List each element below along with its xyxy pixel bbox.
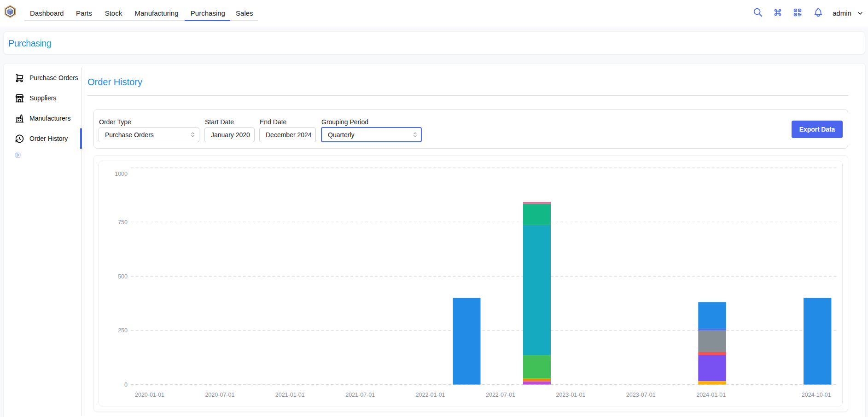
- svg-text:0: 0: [124, 382, 128, 388]
- svg-text:2021-07-01: 2021-07-01: [345, 392, 375, 398]
- svg-text:2022-01-01: 2022-01-01: [416, 392, 445, 398]
- svg-text:2021-01-01: 2021-01-01: [275, 392, 305, 398]
- svg-text:250: 250: [118, 327, 128, 334]
- svg-text:2024-10-01: 2024-10-01: [802, 392, 831, 398]
- svg-text:1000: 1000: [115, 171, 128, 177]
- svg-text:500: 500: [118, 273, 128, 280]
- svg-text:2024-01-01: 2024-01-01: [696, 392, 726, 398]
- svg-text:2020-07-01: 2020-07-01: [205, 392, 234, 398]
- svg-text:2023-01-01: 2023-01-01: [556, 392, 585, 398]
- svg-text:750: 750: [118, 219, 128, 226]
- svg-text:2020-01-01: 2020-01-01: [135, 392, 164, 398]
- svg-text:2022-07-01: 2022-07-01: [486, 392, 515, 398]
- svg-text:2023-07-01: 2023-07-01: [626, 392, 656, 398]
